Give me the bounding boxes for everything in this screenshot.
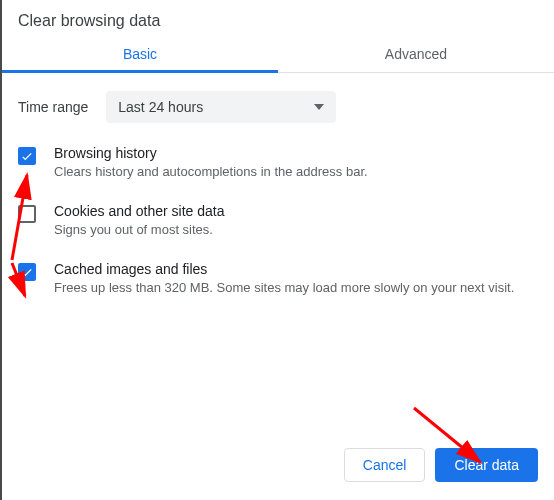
clear-data-button[interactable]: Clear data (435, 448, 538, 482)
check-icon (20, 265, 34, 279)
option-text: Cookies and other site data Signs you ou… (54, 203, 538, 239)
option-browsing-history: Browsing history Clears history and auto… (18, 145, 538, 181)
tabs: Basic Advanced (2, 36, 554, 73)
check-icon (20, 149, 34, 163)
time-range-label: Time range (18, 99, 88, 115)
cancel-button[interactable]: Cancel (344, 448, 426, 482)
option-desc: Frees up less than 320 MB. Some sites ma… (54, 279, 538, 297)
time-range-row: Time range Last 24 hours (18, 91, 538, 123)
time-range-value: Last 24 hours (118, 99, 203, 115)
checkbox-cookies[interactable] (18, 205, 36, 223)
tab-basic[interactable]: Basic (2, 36, 278, 72)
option-text: Cached images and files Frees up less th… (54, 261, 538, 297)
checkbox-cached[interactable] (18, 263, 36, 281)
dialog-title: Clear browsing data (2, 0, 554, 36)
option-title: Cookies and other site data (54, 203, 538, 219)
option-cached: Cached images and files Frees up less th… (18, 261, 538, 297)
dialog-body: Time range Last 24 hours Browsing histor… (2, 73, 554, 298)
option-desc: Clears history and autocompletions in th… (54, 163, 538, 181)
dialog-footer: Cancel Clear data (344, 448, 538, 482)
option-title: Cached images and files (54, 261, 538, 277)
tab-advanced[interactable]: Advanced (278, 36, 554, 72)
chevron-down-icon (314, 104, 324, 110)
option-desc: Signs you out of most sites. (54, 221, 538, 239)
time-range-select[interactable]: Last 24 hours (106, 91, 336, 123)
checkbox-browsing-history[interactable] (18, 147, 36, 165)
option-text: Browsing history Clears history and auto… (54, 145, 538, 181)
option-cookies: Cookies and other site data Signs you ou… (18, 203, 538, 239)
option-title: Browsing history (54, 145, 538, 161)
